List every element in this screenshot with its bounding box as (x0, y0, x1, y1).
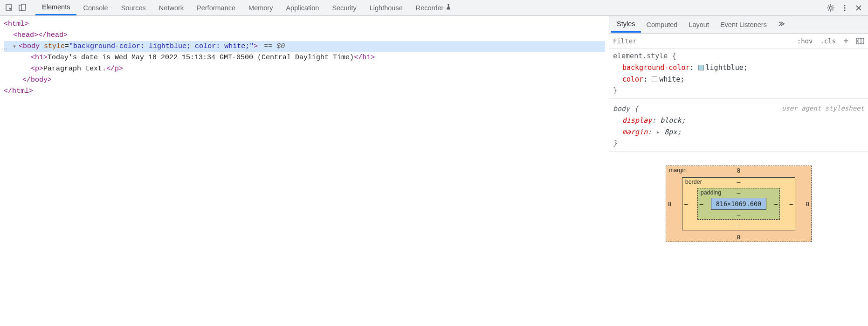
svg-point-12 (844, 5, 845, 6)
padding-left[interactable]: – (700, 201, 703, 208)
main-tab-strip: Elements Console Sources Network Perform… (35, 0, 458, 15)
sidetab-layout[interactable]: Layout (683, 17, 715, 32)
padding-right[interactable]: – (774, 201, 778, 208)
expand-margin-icon[interactable]: ▸ (656, 128, 664, 136)
sidetab-more-icon[interactable] (772, 20, 789, 29)
body-attr-value: "background-color: lightblue; color: whi… (69, 42, 254, 50)
content-size: 816×1069.600 (716, 200, 762, 208)
border-right[interactable]: – (789, 201, 793, 208)
cls-button[interactable]: .cls (816, 37, 840, 45)
dom-line[interactable]: </body> (4, 75, 605, 86)
dom-line[interactable]: <html> (4, 19, 605, 30)
rule2-selector: body { (613, 104, 638, 113)
tab-memory[interactable]: Memory (242, 0, 279, 15)
rule2-prop1-value: block; (660, 116, 685, 125)
dollar-zero: == $0 (264, 42, 285, 50)
h1-text: Today's date is Wed May 18 2022 15:13:34… (48, 54, 354, 62)
tab-performance-label: Performance (197, 4, 235, 12)
style-rule-element-style[interactable]: element.style { background-color: lightb… (609, 49, 868, 99)
inspect-icon[interactable] (3, 1, 16, 14)
devtools-toolbar: Elements Console Sources Network Perform… (0, 0, 868, 16)
color-swatch-icon[interactable] (652, 76, 657, 82)
svg-point-13 (844, 7, 845, 8)
border-label: border (685, 179, 702, 185)
user-agent-label: user agent stylesheet (782, 103, 864, 114)
tab-network-label: Network (159, 4, 184, 12)
tab-lighthouse-label: Lighthouse (370, 4, 403, 12)
color-swatch-icon[interactable] (698, 65, 704, 70)
box-model-margin[interactable]: margin 8 8 8 8 border – – – – padding – … (666, 166, 812, 242)
main-split: <html> <head></head> ▼<body style="backg… (0, 16, 868, 326)
margin-top[interactable]: 8 (737, 167, 741, 174)
tab-elements-label: Elements (42, 3, 70, 11)
margin-right[interactable]: 8 (806, 201, 809, 208)
tab-recorder[interactable]: Recorder (409, 0, 459, 15)
elements-tree[interactable]: <html> <head></head> ▼<body style="backg… (0, 16, 609, 326)
box-model-diagram[interactable]: margin 8 8 8 8 border – – – – padding – … (609, 152, 868, 261)
style-rule-body-ua[interactable]: user agent stylesheet body { display: bl… (609, 101, 868, 152)
tab-sources[interactable]: Sources (115, 0, 152, 15)
flask-icon (445, 4, 452, 12)
kebab-icon[interactable] (838, 1, 851, 14)
tab-recorder-label: Recorder (416, 4, 444, 12)
svg-rect-2 (21, 4, 26, 10)
sidetab-layout-label: Layout (689, 21, 709, 28)
device-toggle-icon[interactable] (16, 1, 29, 14)
dom-line-selected[interactable]: ▼<body style="background-color: lightblu… (4, 41, 605, 52)
box-model-content[interactable]: 816×1069.600 (711, 198, 767, 210)
border-left[interactable]: – (684, 201, 688, 208)
sidetab-computed-label: Computed (647, 21, 678, 28)
tab-lighthouse[interactable]: Lighthouse (363, 0, 409, 15)
new-style-rule-icon[interactable]: + (840, 35, 852, 45)
body-attr-name: style (44, 42, 65, 50)
tab-elements[interactable]: Elements (35, 0, 76, 15)
p-open: <p> (31, 65, 43, 73)
tab-network[interactable]: Network (152, 0, 190, 15)
toggle-sidebar-icon[interactable] (852, 38, 868, 44)
hov-button[interactable]: :hov (793, 37, 817, 45)
dom-line[interactable]: <h1>Today's date is Wed May 18 2022 15:1… (4, 52, 605, 63)
sidetab-computed[interactable]: Computed (641, 17, 683, 32)
head-close: </head> (38, 31, 68, 39)
rule1-prop2-value[interactable]: white; (659, 75, 684, 83)
svg-line-11 (833, 5, 834, 6)
box-model-border[interactable]: border – – – – padding – – – – 816×1069.… (682, 177, 796, 230)
sidetab-styles[interactable]: Styles (611, 16, 641, 33)
border-top[interactable]: – (737, 179, 741, 186)
filter-input[interactable] (609, 34, 793, 48)
tab-application[interactable]: Application (279, 0, 325, 15)
margin-bottom[interactable]: 8 (737, 234, 741, 241)
tab-performance[interactable]: Performance (190, 0, 242, 15)
box-model-padding[interactable]: padding – – – – 816×1069.600 (697, 188, 780, 220)
tab-security[interactable]: Security (325, 0, 363, 15)
p-text: Paragraph text. (43, 65, 106, 73)
sidetab-eventlisteners-label: Event Listeners (720, 21, 767, 28)
svg-line-8 (828, 5, 829, 6)
body-open-bracket: < (19, 42, 23, 50)
sidetab-eventlisteners[interactable]: Event Listeners (715, 17, 772, 32)
tab-application-label: Application (286, 4, 319, 12)
close-icon[interactable] (852, 1, 865, 14)
expand-triangle-icon[interactable]: ▼ (13, 43, 19, 51)
styles-sidebar: Styles Computed Layout Event Listeners :… (609, 16, 868, 326)
html-open: <html> (4, 20, 29, 28)
rule1-prop2-name[interactable]: color (622, 75, 643, 83)
body-close: </body> (22, 76, 52, 84)
border-bottom[interactable]: – (737, 222, 741, 229)
padding-bottom[interactable]: – (737, 211, 741, 218)
rule1-prop1-name[interactable]: background-color (622, 63, 690, 72)
dom-line[interactable]: <head></head> (4, 30, 605, 41)
head-open: <head> (13, 31, 38, 39)
body-tag: body (23, 42, 40, 50)
filter-row: :hov .cls + (609, 34, 868, 49)
tab-console-label: Console (83, 4, 108, 12)
dom-line[interactable]: </html> (4, 86, 605, 97)
tab-console[interactable]: Console (76, 0, 114, 15)
toolbar-right-icons (824, 1, 865, 14)
tab-security-label: Security (332, 4, 356, 12)
dom-line[interactable]: <p>Paragraph text.</p> (4, 63, 605, 75)
padding-top[interactable]: – (737, 189, 741, 196)
rule1-prop1-value[interactable]: lightblue; (706, 63, 748, 72)
gear-icon[interactable] (824, 1, 837, 14)
margin-left[interactable]: 8 (668, 201, 672, 208)
